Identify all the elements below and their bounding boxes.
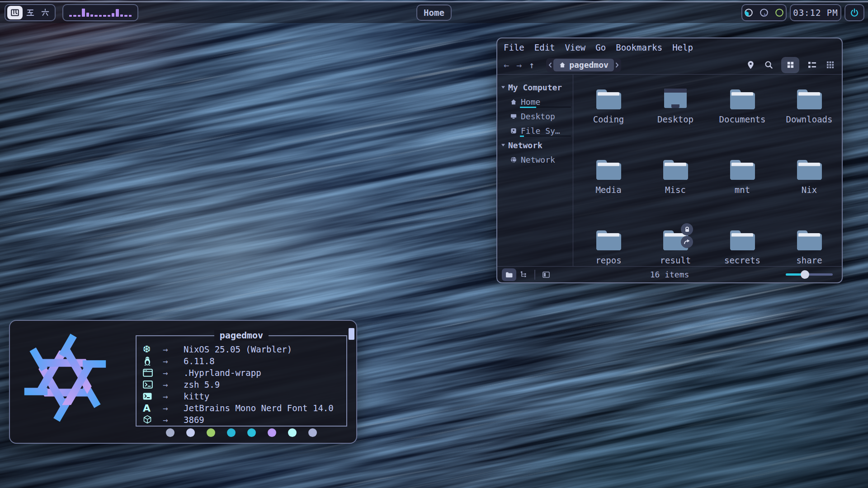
sidebar-item-filesystem[interactable]: File Sy… — [501, 123, 573, 138]
folder-item-nix[interactable]: Nix — [776, 153, 843, 224]
clock-text: 03:12 PM — [793, 8, 838, 18]
workspace-item-5[interactable] — [23, 6, 38, 19]
icon-size-slider[interactable] — [786, 273, 833, 276]
folder-item-documents[interactable]: Documents — [709, 83, 776, 153]
folder-label: repos — [595, 255, 621, 265]
palette-dot — [308, 428, 317, 437]
visualizer-bar — [73, 15, 76, 17]
folder-label: mnt — [735, 185, 750, 195]
chevron-left-icon[interactable] — [548, 62, 552, 68]
clock-widget[interactable]: 03:12 PM — [790, 4, 841, 21]
view-compact-button[interactable] — [807, 60, 817, 70]
fetch-row-font: A → JetBrains Mono Nerd Font 14.0 — [143, 402, 346, 414]
system-usage-indicators[interactable] — [741, 4, 787, 21]
folder-item-misc[interactable]: Misc — [642, 153, 709, 224]
sidebar-item-label: File Sy… — [521, 126, 560, 136]
folder-grid: Coding Desktop Documents Downloads — [573, 75, 843, 266]
breadcrumb[interactable]: pagedmov — [546, 58, 621, 72]
visualizer-bar — [86, 13, 89, 17]
folder-label: Coding — [593, 114, 624, 124]
sidebar-item-label: Home — [521, 97, 540, 107]
visualizer-bar — [78, 15, 80, 17]
shell-icon — [143, 380, 163, 389]
places-sidebar: My Computer Home Desktop — [497, 75, 573, 266]
menu-edit[interactable]: Edit — [534, 42, 555, 56]
audio-visualizer — [62, 4, 138, 21]
view-thumbnails-button[interactable] — [825, 60, 835, 70]
back-button[interactable]: ← — [504, 60, 509, 70]
fetch-row-terminal: → kitty — [143, 390, 346, 402]
menu-help[interactable]: Help — [672, 42, 693, 56]
sidebar-item-network[interactable]: Network — [501, 152, 573, 167]
workspace-item-6[interactable] — [38, 6, 53, 19]
breadcrumb-current[interactable]: pagedmov — [553, 59, 614, 71]
location-pin-icon — [747, 61, 755, 70]
location-button[interactable] — [745, 60, 756, 70]
folder-item-secrets[interactable]: secrets — [709, 224, 776, 294]
fetch-value: NixOS 25.05 (Warbler) — [184, 344, 292, 354]
power-button[interactable] — [844, 4, 864, 21]
fetch-value: zsh 5.9 — [184, 380, 220, 389]
palette-dot — [268, 428, 276, 437]
folder-item-repos[interactable]: repos — [575, 224, 642, 294]
active-window-label: Home — [424, 8, 444, 18]
folder-item-share[interactable]: share — [776, 224, 843, 294]
up-button[interactable]: ↑ — [529, 60, 534, 70]
menu-bookmarks[interactable]: Bookmarks — [616, 42, 662, 56]
slider-knob[interactable] — [801, 270, 809, 279]
chevron-right-icon[interactable] — [615, 62, 619, 68]
filesystem-disk-icon — [510, 127, 517, 134]
file-manager-window: File Edit View Go Bookmarks Help ← → ↑ p… — [496, 38, 843, 283]
view-icons-button[interactable] — [781, 57, 799, 73]
toolbar: ← → ↑ pagedmov — [497, 56, 842, 75]
visualizer-bar — [108, 15, 110, 17]
folder-label: share — [796, 255, 822, 265]
folder-label: Desktop — [657, 114, 693, 124]
grid-view-icon — [787, 61, 794, 69]
fastfetch-panel: pagedmov ❆ → NixOS 25.05 (Warbler) → 6.1… — [136, 335, 347, 427]
folder-item-desktop[interactable]: Desktop — [642, 83, 709, 153]
usage-ring-1-icon — [744, 8, 754, 18]
breadcrumb-label: pagedmov — [569, 60, 609, 70]
folder-label: result — [660, 255, 691, 265]
visualizer-bar — [99, 15, 102, 17]
cjk-five-glyph — [25, 8, 35, 18]
workspace-item-4[interactable] — [7, 6, 23, 19]
home-icon — [559, 61, 566, 68]
top-status-bar: Home 03:12 PM — [0, 1, 868, 23]
palette-dot — [186, 428, 195, 437]
menu-file[interactable]: File — [504, 42, 524, 56]
fetch-hostname: pagedmov — [214, 330, 269, 341]
sidebar-item-label: Desktop — [521, 112, 555, 121]
sidebar-section-network[interactable]: Network — [501, 138, 573, 152]
folder-icon — [728, 86, 757, 112]
folder-label: Downloads — [786, 114, 833, 124]
folder-icon — [795, 157, 824, 182]
usage-ring-2-icon — [759, 8, 769, 18]
sidebar-item-home[interactable]: Home — [501, 94, 573, 109]
forward-button[interactable]: → — [516, 60, 522, 70]
active-window-title[interactable]: Home — [416, 5, 452, 21]
search-icon — [764, 61, 773, 69]
terminal-window: pagedmov ❆ → NixOS 25.05 (Warbler) → 6.1… — [9, 320, 357, 444]
folder-item-downloads[interactable]: Downloads — [776, 83, 843, 153]
folder-icon — [594, 227, 623, 253]
kernel-icon — [143, 356, 163, 366]
fetch-value: 3869 — [184, 415, 204, 425]
workspace-switcher[interactable] — [5, 4, 56, 21]
palette-dot — [207, 428, 215, 437]
folder-item-media[interactable]: Media — [575, 153, 642, 224]
usage-ring-3-icon — [774, 8, 784, 18]
sidebar-item-desktop[interactable]: Desktop — [501, 109, 573, 123]
menu-view[interactable]: View — [565, 42, 586, 56]
chevron-down-icon — [501, 85, 505, 89]
sidebar-section-my-computer[interactable]: My Computer — [501, 80, 573, 94]
sidebar-section-label: Network — [508, 141, 542, 150]
folder-item-coding[interactable]: Coding — [575, 83, 642, 153]
folder-item-result[interactable]: result — [642, 224, 709, 294]
folder-item-mnt[interactable]: mnt — [709, 153, 776, 224]
search-button[interactable] — [763, 60, 774, 70]
wm-icon — [143, 369, 163, 377]
menu-go[interactable]: Go — [595, 42, 606, 56]
visualizer-bar — [116, 9, 118, 17]
